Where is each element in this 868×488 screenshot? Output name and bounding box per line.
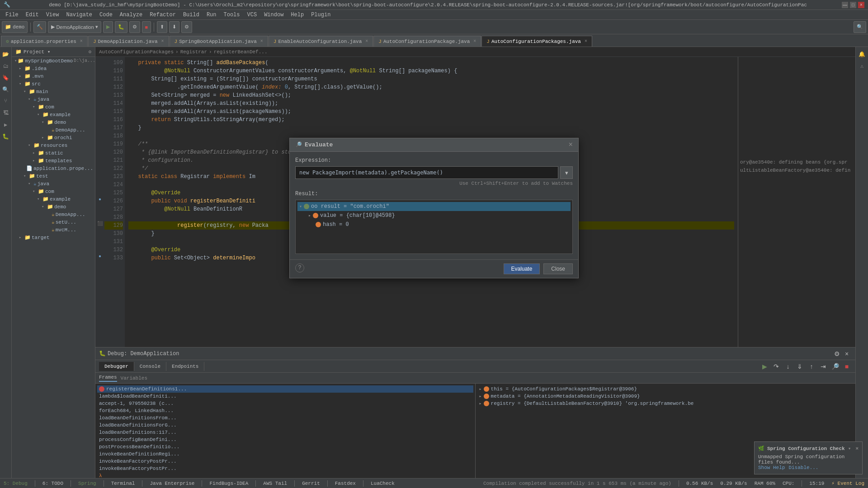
tree-item-java-test[interactable]: ▾ ☕ java xyxy=(12,180,95,188)
tab-close-2[interactable]: × xyxy=(260,39,263,44)
menu-file[interactable]: File xyxy=(2,11,22,19)
search-icon[interactable]: 🔍 xyxy=(0,84,11,95)
close-button[interactable]: × xyxy=(858,2,864,8)
frame-row-8[interactable]: postProcessBeanDefinitio... xyxy=(97,443,473,450)
status-todo[interactable]: 6: TODO xyxy=(42,481,63,486)
result-expand-1[interactable]: ▸ xyxy=(308,213,311,218)
run-config-selector[interactable]: ▶ DemoApplication ▾ xyxy=(48,21,101,33)
project-icon-left[interactable]: 📂 xyxy=(0,49,11,60)
menu-window[interactable]: Window xyxy=(260,11,287,19)
menu-edit[interactable]: Edit xyxy=(22,11,42,19)
tab-auto-configuration-packages[interactable]: J AutoConfigurationPackages.java × xyxy=(481,36,592,47)
run-to-cursor-button[interactable]: ⇥ xyxy=(818,361,828,371)
menu-navigate[interactable]: Navigate xyxy=(62,11,96,19)
variable-row-1[interactable]: ▸ metadata = {AnnotationMetadataReadingV… xyxy=(477,393,854,400)
menu-code[interactable]: Code xyxy=(96,11,116,19)
expression-input[interactable] xyxy=(295,166,558,179)
tab-close-4[interactable]: × xyxy=(473,39,476,44)
frame-row-9[interactable]: invokeBeanDefinitionRegi... xyxy=(97,450,473,458)
tab-demo-application[interactable]: J DemoApplication.java × xyxy=(88,36,169,47)
result-expand-0[interactable]: ▾ xyxy=(299,204,302,209)
search-everywhere-button[interactable]: 🔍 xyxy=(854,21,866,33)
status-debug[interactable]: 5: Debug xyxy=(4,481,28,486)
project-selector[interactable]: 📁 demo xyxy=(2,21,28,33)
tree-item-resources[interactable]: ▾ 📁 resources xyxy=(12,141,95,149)
tree-item-application-properties[interactable]: ▸ 📄 application.prope... xyxy=(12,164,95,172)
status-fastdex[interactable]: Fastdex xyxy=(335,481,356,486)
status-awstail[interactable]: AWS Tail xyxy=(263,481,287,486)
step-into-button[interactable]: ↓ xyxy=(783,361,793,371)
git-update-button[interactable]: ⬇ xyxy=(169,21,179,33)
settings-button[interactable]: ⚙ xyxy=(181,21,192,33)
debug-button[interactable]: 🐛 xyxy=(115,21,127,33)
event-log-icon[interactable]: ⚡ Event Log xyxy=(831,480,864,486)
help-button[interactable]: ? xyxy=(295,263,304,272)
tree-item-com[interactable]: ▾ 📁 com xyxy=(12,103,95,111)
sub-tab-frames[interactable]: Frames xyxy=(99,375,117,382)
evaluate-modal[interactable]: 🔎 Evaluate × Expression: ▾ Use Ctrl+Shif… xyxy=(289,138,579,278)
menu-refactor[interactable]: Refactor xyxy=(146,11,179,19)
step-over-button[interactable]: ↷ xyxy=(771,361,781,371)
debug-settings-button[interactable]: ⚙ xyxy=(832,349,842,359)
evaluate-expression-button[interactable]: 🔎 xyxy=(830,361,840,371)
bookmark-icon[interactable]: 🔖 xyxy=(0,72,11,83)
resume-button[interactable]: ▶ xyxy=(760,361,769,371)
expression-history-button[interactable]: ▾ xyxy=(560,166,573,179)
run-icon-left[interactable]: ▶ xyxy=(0,119,11,130)
stop-debug-button[interactable]: ■ xyxy=(842,361,852,371)
build-icon-left[interactable]: 🏗 xyxy=(0,108,11,118)
tab-close-3[interactable]: × xyxy=(365,39,368,44)
menu-build[interactable]: Build xyxy=(179,11,203,19)
force-step-into-button[interactable]: ⇓ xyxy=(795,361,805,371)
frame-row-3[interactable]: forEach684, LinkedHash... xyxy=(97,407,473,414)
status-terminal[interactable]: Terminal xyxy=(111,481,135,486)
tree-item-main[interactable]: ▾ 📁 main xyxy=(12,88,95,95)
run-button[interactable]: ▶ xyxy=(103,21,113,33)
step-out-button[interactable]: ↑ xyxy=(807,361,816,371)
tree-item-templates[interactable]: ▸ 📁 templates xyxy=(12,157,95,164)
tree-item-mvn[interactable]: ▸ 📁 .mvn xyxy=(12,72,95,80)
tree-item-demo-main[interactable]: ▾ 📁 demo xyxy=(12,118,95,126)
tree-item-mvcm[interactable]: ▸ ☕ mvcM... xyxy=(12,226,95,234)
menu-view[interactable]: View xyxy=(42,11,63,19)
result-row-2[interactable]: hash = 0 xyxy=(297,220,571,229)
tree-item-orochi[interactable]: ▸ 📁 orochi xyxy=(12,134,95,141)
menu-help[interactable]: Help xyxy=(287,11,307,19)
status-java-enterprise[interactable]: Java Enterprise xyxy=(150,481,194,486)
tree-item-setup[interactable]: ▸ ☕ setU... xyxy=(12,218,95,226)
tab-auto-configuration-package[interactable]: J AutoConfigurationPackage.java × xyxy=(373,36,481,47)
tab-enable-auto-configuration[interactable]: J EnableAutoConfiguration.java × xyxy=(269,36,373,47)
tab-close-0[interactable]: × xyxy=(80,39,83,44)
status-findbugs[interactable]: FindBugs-IDEA xyxy=(209,481,248,486)
sub-tab-variables[interactable]: Variables xyxy=(121,375,147,381)
modal-close-button[interactable]: × xyxy=(568,141,573,149)
notification-expand-button[interactable]: ▾ xyxy=(848,446,851,451)
build-button[interactable]: 🔨 xyxy=(33,21,46,33)
tree-item-demoapplication-main[interactable]: ▸ ☕ DemoApp... xyxy=(12,126,95,134)
right-icon-notifications[interactable]: 🔔 xyxy=(857,49,868,60)
frame-row-11[interactable]: invokeBeanFactoryPostPr... xyxy=(97,465,473,472)
tab-close-5[interactable]: × xyxy=(585,39,587,44)
frame-row-1[interactable]: lambda$loadBeanDefiniti... xyxy=(97,393,473,400)
frame-row-4[interactable]: loadBeanDefinitionsFrom... xyxy=(97,414,473,422)
tab-console[interactable]: Console xyxy=(134,362,166,371)
tab-endpoints[interactable]: Endpoints xyxy=(166,362,204,371)
maximize-button[interactable]: □ xyxy=(850,2,856,8)
menu-tools[interactable]: Tools xyxy=(220,11,244,19)
structure-icon[interactable]: 🗂 xyxy=(0,61,11,71)
close-button[interactable]: Close xyxy=(543,263,573,274)
tab-application-properties[interactable]: ⚙ application.properties × xyxy=(1,36,88,47)
notification-disable[interactable]: Disable... xyxy=(788,465,818,470)
status-gerrit[interactable]: Gerrit xyxy=(302,481,320,486)
stop-button[interactable]: ■ xyxy=(142,21,151,33)
result-row-0[interactable]: ▾ oo result = "com.orochi" xyxy=(297,202,571,211)
notification-show-help[interactable]: Show Help xyxy=(758,465,785,470)
frame-row-5[interactable]: loadBeanDefinitionsForG... xyxy=(97,422,473,429)
status-spring[interactable]: Spring xyxy=(78,481,96,486)
tab-close-1[interactable]: × xyxy=(161,39,164,44)
tab-springboot-application[interactable]: J SpringBootApplication.java × xyxy=(170,36,268,47)
status-luacheck[interactable]: LuaCheck xyxy=(371,481,395,486)
tree-item-com-test[interactable]: ▾ 📁 com xyxy=(12,188,95,195)
tree-item-demoapplication-test[interactable]: ▸ ☕ DemoApp... xyxy=(12,211,95,218)
evaluate-button[interactable]: Evaluate xyxy=(504,263,540,274)
